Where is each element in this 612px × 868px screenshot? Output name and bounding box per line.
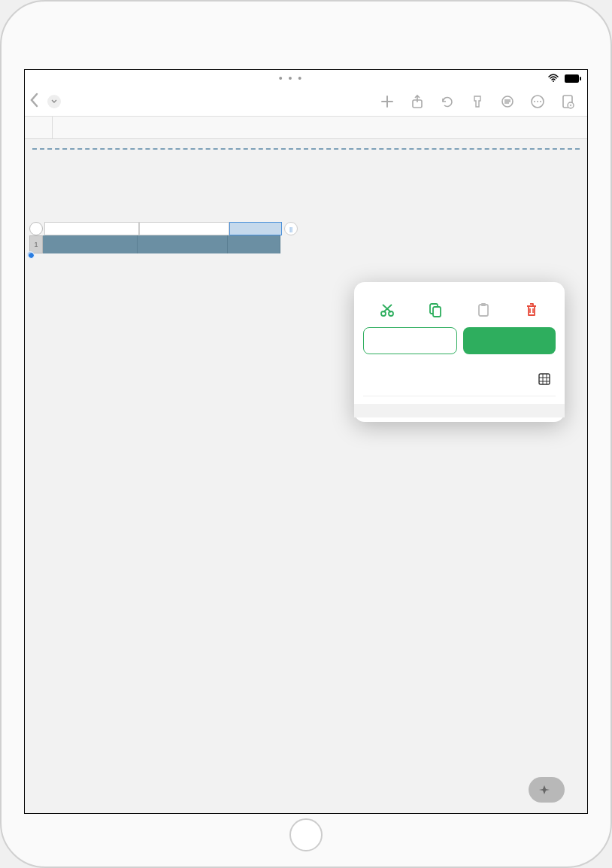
svg-point-6 — [534, 101, 535, 102]
collaborate-button[interactable] — [553, 94, 583, 109]
column-resize-handle[interactable] — [284, 222, 298, 235]
column-header-d[interactable] — [139, 222, 229, 235]
selection-rectangle — [29, 253, 32, 256]
svg-point-8 — [540, 101, 541, 102]
doc-dropdown-icon[interactable] — [47, 95, 61, 108]
spreadsheet-table[interactable]: 1 — [29, 222, 298, 253]
snapshot-icon — [538, 372, 551, 388]
cell-fab-button[interactable] — [529, 777, 565, 803]
row-header-1[interactable]: 1 — [29, 235, 43, 253]
column-header-c[interactable] — [44, 222, 139, 235]
page-title — [25, 139, 587, 148]
table-header-distance — [228, 235, 280, 253]
svg-rect-16 — [479, 305, 488, 316]
svg-rect-18 — [539, 374, 550, 384]
organize-button[interactable] — [492, 95, 523, 108]
sheet-tabs — [25, 117, 587, 139]
format-brush-button[interactable] — [462, 94, 492, 109]
multitask-indicator[interactable]: • • • — [34, 72, 548, 84]
undo-button[interactable] — [432, 95, 462, 108]
svg-rect-17 — [481, 303, 486, 306]
cell-actions-popover — [354, 282, 565, 422]
select-all-corner[interactable] — [29, 222, 43, 235]
svg-point-11 — [570, 105, 571, 106]
svg-point-0 — [553, 80, 554, 82]
autofill-button[interactable] — [463, 327, 556, 354]
battery-icon — [565, 74, 581, 83]
merge-cells-button[interactable] — [363, 327, 457, 354]
table-header-section — [43, 235, 138, 253]
paste-icon[interactable] — [474, 300, 493, 320]
cut-icon[interactable] — [377, 300, 397, 320]
svg-rect-15 — [433, 307, 441, 317]
back-button[interactable] — [29, 93, 40, 111]
more-button[interactable] — [523, 94, 553, 109]
toolbar — [25, 86, 587, 117]
copy-icon[interactable] — [426, 300, 445, 320]
home-button[interactable] — [289, 818, 323, 851]
column-header-e[interactable] — [229, 222, 282, 235]
add-button[interactable] — [372, 94, 402, 109]
share-button[interactable] — [402, 94, 432, 109]
add-sheet-button[interactable] — [25, 117, 53, 138]
svg-rect-1 — [565, 74, 579, 83]
divider — [32, 148, 580, 150]
svg-rect-2 — [580, 77, 581, 80]
svg-point-7 — [537, 101, 538, 102]
delete-icon[interactable] — [522, 300, 541, 320]
status-bar: • • • — [25, 70, 587, 86]
wifi-icon — [548, 74, 559, 83]
